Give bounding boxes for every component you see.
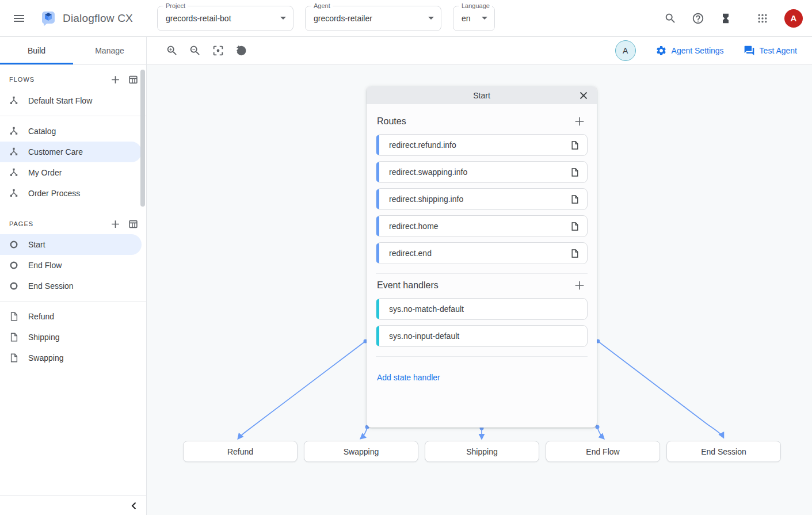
agent-value: grecords-retailer <box>314 14 372 23</box>
event-handlers-header: Event handlers <box>377 279 586 292</box>
sidebar-item-label: Default Start Flow <box>28 96 92 105</box>
zoom-in-icon[interactable] <box>164 43 180 59</box>
close-icon[interactable] <box>577 89 590 102</box>
flows-title: FLOWS <box>9 76 35 83</box>
route-item[interactable]: redirect.shipping.info <box>376 188 588 210</box>
center-focus-icon[interactable] <box>210 43 226 59</box>
add-page-icon[interactable] <box>110 219 120 229</box>
agent-avatar-chip[interactable]: A <box>615 40 636 61</box>
language-label: Language <box>459 2 492 9</box>
hourglass-icon[interactable] <box>714 7 737 30</box>
sidebar-item-refund[interactable]: Refund <box>0 306 142 327</box>
flow-icon <box>9 189 18 198</box>
project-label: Project <box>163 2 188 9</box>
event-handler-item[interactable]: sys.no-input-default <box>376 325 588 347</box>
route-item[interactable]: redirect.home <box>376 215 588 237</box>
flow-icon <box>9 168 18 177</box>
zoom-out-icon[interactable] <box>187 43 203 59</box>
menu-icon[interactable] <box>5 5 33 32</box>
sidebar-item-label: Catalog <box>28 127 56 136</box>
sidebar-item-swapping[interactable]: Swapping <box>0 348 142 368</box>
page-doc-icon <box>571 249 579 258</box>
sidebar-item-label: Order Process <box>28 189 80 198</box>
add-route-icon[interactable] <box>573 115 586 128</box>
node-end-flow[interactable]: End Flow <box>546 441 660 462</box>
page-doc-icon <box>571 194 579 204</box>
node-end-session[interactable]: End Session <box>666 441 781 462</box>
add-state-handler-link[interactable]: Add state handler <box>377 373 440 382</box>
sidebar-item-label: End Session <box>28 281 74 291</box>
sidebar-item-end-flow[interactable]: End Flow <box>0 255 142 276</box>
flow-icon <box>9 147 18 157</box>
sidebar-item-label: Customer Care <box>28 147 83 157</box>
app-title: Dialogflow CX <box>63 12 133 25</box>
event-handlers-title: Event handlers <box>377 280 439 291</box>
sidebar-item-label: My Order <box>28 168 62 177</box>
tab-manage[interactable]: Manage <box>73 37 146 64</box>
sidebar-item-shipping[interactable]: Shipping <box>0 327 142 348</box>
language-value: en <box>462 14 471 23</box>
add-event-handler-icon[interactable] <box>573 279 586 292</box>
divider <box>376 273 588 274</box>
route-item[interactable]: redirect.swapping.info <box>376 161 588 183</box>
app-header: Dialogflow CX Project grecords-retail-bo… <box>0 0 812 37</box>
project-dropdown[interactable]: Project grecords-retail-bot <box>157 6 293 31</box>
chat-icon <box>744 45 755 56</box>
test-agent-button[interactable]: Test Agent <box>744 45 797 56</box>
event-handler-item[interactable]: sys.no-match-default <box>376 298 588 320</box>
event-handler-label: sys.no-match-default <box>389 304 464 314</box>
page-doc-icon <box>571 222 579 231</box>
route-label: redirect.end <box>389 249 432 258</box>
agent-dropdown[interactable]: Agent grecords-retailer <box>305 6 441 31</box>
help-icon[interactable] <box>687 7 710 30</box>
search-icon[interactable] <box>659 7 682 30</box>
sidebar-item-label: End Flow <box>28 261 62 270</box>
add-flow-icon[interactable] <box>110 75 120 85</box>
flows-list-view-icon[interactable] <box>128 75 138 85</box>
sidebar-tabs: Build Manage <box>0 37 146 65</box>
user-avatar[interactable]: A <box>784 9 803 28</box>
page-circle-icon <box>9 240 18 249</box>
chevron-down-icon <box>280 17 286 20</box>
sidebar-item-default-start-flow[interactable]: Default Start Flow <box>0 90 142 111</box>
sidebar-content: FLOWS Default Start Flow Catalog <box>0 65 146 515</box>
apps-grid-icon[interactable] <box>751 7 774 30</box>
flows-section-header: FLOWS <box>0 71 146 88</box>
node-shipping[interactable]: Shipping <box>425 441 539 462</box>
event-handler-label: sys.no-input-default <box>389 331 459 341</box>
sidebar-item-catalog[interactable]: Catalog <box>0 121 142 142</box>
route-item[interactable]: redirect.end <box>376 242 588 264</box>
language-dropdown[interactable]: Language en <box>453 6 495 31</box>
flow-canvas[interactable]: Start Routes redirect.refund.info <box>147 65 812 515</box>
sidebar-item-label: Refund <box>28 312 54 321</box>
start-page-panel: Start Routes redirect.refund.info <box>367 86 597 428</box>
sidebar-item-end-session[interactable]: End Session <box>0 276 142 296</box>
pages-title: PAGES <box>9 220 33 227</box>
sidebar-item-my-order[interactable]: My Order <box>0 162 142 183</box>
node-refund[interactable]: Refund <box>183 441 298 462</box>
sidebar-item-customer-care[interactable]: Customer Care <box>0 142 142 162</box>
route-label: redirect.home <box>389 222 439 231</box>
page-doc-icon <box>571 140 579 150</box>
node-swapping[interactable]: Swapping <box>304 441 418 462</box>
sidebar-item-order-process[interactable]: Order Process <box>0 183 142 204</box>
divider <box>0 116 146 116</box>
page-doc-icon <box>9 333 18 342</box>
tab-build[interactable]: Build <box>0 37 73 64</box>
reset-view-icon[interactable] <box>233 43 249 59</box>
sidebar-item-start[interactable]: Start <box>0 234 142 255</box>
routes-title: Routes <box>377 116 406 127</box>
pages-section-header: PAGES <box>0 215 146 232</box>
panel-header[interactable]: Start <box>367 86 597 104</box>
route-item[interactable]: redirect.refund.info <box>376 134 588 156</box>
event-handlers-list: sys.no-match-default sys.no-input-defaul… <box>376 298 588 347</box>
project-value: grecords-retail-bot <box>166 14 231 23</box>
sidebar-item-label: Start <box>28 240 45 249</box>
collapse-sidebar-icon[interactable] <box>130 502 138 510</box>
chevron-down-icon <box>482 17 487 20</box>
sidebar-scrollbar[interactable] <box>140 70 145 207</box>
pages-list-view-icon[interactable] <box>128 219 138 229</box>
agent-settings-button[interactable]: Agent Settings <box>655 45 724 56</box>
route-label: redirect.swapping.info <box>389 167 467 177</box>
dialogflow-logo-icon <box>40 10 57 27</box>
